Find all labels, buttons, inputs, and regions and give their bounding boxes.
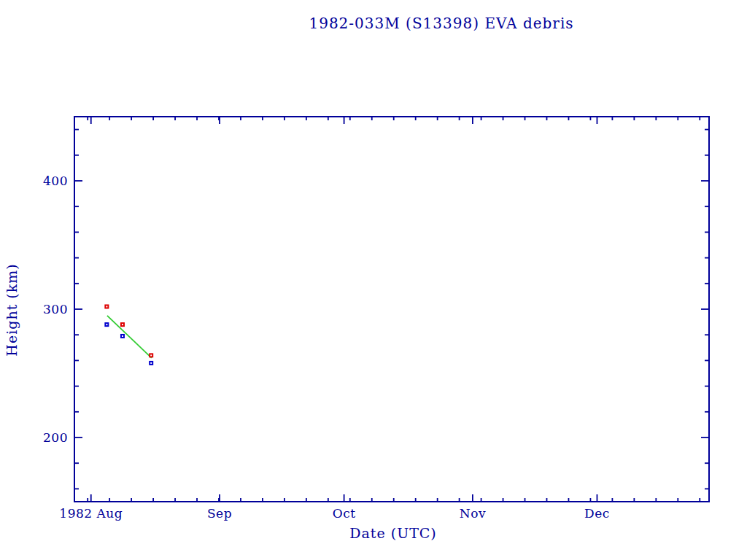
green-trend-line	[107, 316, 152, 358]
marker-red-square-series	[121, 323, 124, 326]
y-tick-label: 300	[43, 302, 68, 316]
plot-frame	[74, 117, 709, 502]
x-tick-label: Sep	[207, 506, 232, 521]
x-tick-label: Oct	[333, 506, 356, 521]
y-tick-label: 400	[43, 174, 68, 188]
marker-red-square-series	[105, 305, 108, 308]
y-tick-label: 200	[43, 430, 68, 445]
x-tick-label: Dec	[584, 506, 610, 521]
plot-area: 1982 AugSepOctNovDec200300400	[0, 0, 747, 560]
marker-red-square-series	[150, 354, 152, 357]
marker-blue-square-series	[105, 323, 108, 326]
x-tick-label: Nov	[460, 506, 486, 521]
marker-blue-square-series	[121, 335, 124, 338]
marker-blue-square-series	[150, 362, 152, 365]
x-tick-label: 1982 Aug	[59, 506, 123, 521]
